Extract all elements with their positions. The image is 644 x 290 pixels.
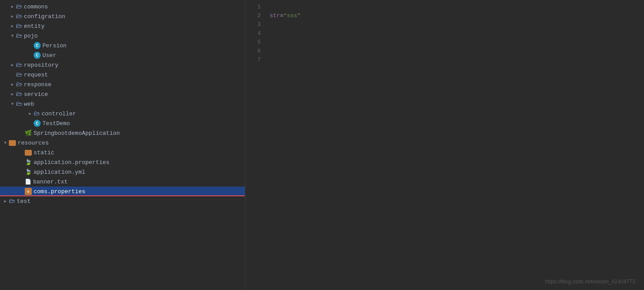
folder-icon-resources <box>9 140 16 146</box>
tree-item-response[interactable]: 🗁 response <box>0 80 245 89</box>
tree-item-app-yml[interactable]: 🍃 application.yml <box>0 167 245 177</box>
code-string-sss: "sss" <box>283 11 301 20</box>
folder-icon-request: 🗁 <box>16 71 22 78</box>
tree-item-springbootapp[interactable]: 🌿 SpringbootdemoApplication <box>0 128 245 138</box>
folder-icon-pojo: 🗁 <box>16 32 22 39</box>
label-springbootapp: SpringbootdemoApplication <box>34 130 120 137</box>
folder-icon-web: 🗁 <box>16 100 22 107</box>
code-line-2: str = "sss" <box>270 11 644 20</box>
arrow-service <box>9 91 16 98</box>
arrow-repository <box>9 61 16 69</box>
label-test: test <box>17 198 30 205</box>
arrow-resources <box>2 139 9 146</box>
label-service: service <box>24 91 48 98</box>
arrow-response <box>9 81 16 88</box>
txt-icon-banner: 📄 <box>25 179 31 185</box>
label-repository: repository <box>24 62 58 69</box>
label-controller: controller <box>42 111 76 117</box>
code-line-4 <box>270 29 644 38</box>
tree-item-controller[interactable]: 🗁 controller <box>0 109 245 118</box>
code-var-str: str <box>270 11 280 20</box>
folder-icon-configration: 🗁 <box>16 13 22 20</box>
folder-icon-repository: 🗁 <box>16 61 22 69</box>
code-op: = <box>280 11 283 20</box>
folder-icon-static <box>25 150 32 156</box>
code-line-5 <box>270 38 644 47</box>
label-app-yml: application.yml <box>34 169 85 176</box>
label-coms-properties: coms.properties <box>34 188 85 195</box>
code-line-3 <box>270 20 644 29</box>
label-persion: Persion <box>42 42 67 49</box>
tree-item-pojo[interactable]: 🗁 pojo <box>0 31 245 41</box>
label-banner: banner.txt <box>33 179 68 185</box>
class-icon-testdemo: C <box>34 120 41 127</box>
tree-item-persion[interactable]: C Persion <box>0 41 245 50</box>
line-num-5: 5 <box>245 38 261 47</box>
arrow-test <box>2 198 9 205</box>
arrow-configration <box>9 13 16 20</box>
code-editor: 1 2 3 4 5 6 7 str = "sss" https://blog.c <box>245 0 644 290</box>
label-commons: commons <box>24 4 48 10</box>
code-line-6 <box>270 47 644 56</box>
file-tree[interactable]: 🗁 commons 🗁 configration 🗁 entity 🗁 pojo… <box>0 0 245 290</box>
tree-item-request[interactable]: 🗁 request <box>0 70 245 80</box>
folder-icon-commons: 🗁 <box>16 3 22 10</box>
folder-icon-entity: 🗁 <box>16 23 22 30</box>
line-num-1: 1 <box>245 3 261 11</box>
line-num-3: 3 <box>245 20 261 29</box>
tree-item-configration[interactable]: 🗁 configration <box>0 11 245 21</box>
tree-item-service[interactable]: 🗁 service <box>0 89 245 99</box>
tree-item-test[interactable]: 🗁 test <box>0 196 245 206</box>
tree-item-testdemo[interactable]: C TestDemo <box>0 118 245 128</box>
folder-icon-service: 🗁 <box>16 91 22 98</box>
tree-item-entity[interactable]: 🗁 entity <box>0 21 245 31</box>
tree-item-commons[interactable]: 🗁 commons <box>0 2 245 11</box>
line-num-7: 7 <box>245 56 261 65</box>
label-user: User <box>42 52 56 59</box>
folder-icon-controller: 🗁 <box>34 110 40 117</box>
label-response: response <box>24 81 51 88</box>
line-num-4: 4 <box>245 29 261 38</box>
tree-item-app-properties[interactable]: 🍃 application.properties <box>0 157 245 167</box>
code-area[interactable]: str = "sss" <box>265 2 644 290</box>
arrow-entity <box>9 23 16 30</box>
spring-icon-app-properties: 🍃 <box>25 159 32 166</box>
tree-item-coms-properties[interactable]: ⚙ coms.properties <box>0 187 245 196</box>
folder-icon-response: 🗁 <box>16 81 22 88</box>
line-numbers: 1 2 3 4 5 6 7 <box>245 2 265 290</box>
arrow-commons <box>9 3 16 10</box>
tree-item-static[interactable]: static <box>0 148 245 157</box>
code-line-1 <box>270 3 644 11</box>
coms-icon: ⚙ <box>25 188 32 195</box>
label-entity: entity <box>24 23 45 30</box>
line-num-6: 6 <box>245 47 261 56</box>
watermark: https://blog.csdn.net/weixin_41404773 <box>545 279 635 285</box>
line-num-2: 2 <box>245 11 261 20</box>
arrow-pojo <box>9 32 16 39</box>
arrow-controller <box>27 110 34 117</box>
class-icon-user: C <box>34 52 41 59</box>
label-testdemo: TestDemo <box>42 120 70 127</box>
code-line-7 <box>270 56 644 65</box>
tree-item-web[interactable]: 🗁 web <box>0 99 245 109</box>
spring-icon-app: 🌿 <box>25 130 32 137</box>
label-configration: configration <box>24 13 65 20</box>
label-pojo: pojo <box>24 33 38 39</box>
label-web: web <box>24 101 34 107</box>
tree-item-banner[interactable]: 📄 banner.txt <box>0 177 245 187</box>
folder-icon-test: 🗁 <box>9 198 15 205</box>
label-static: static <box>34 149 54 156</box>
tree-item-repository[interactable]: 🗁 repository <box>0 60 245 70</box>
editor-content: 1 2 3 4 5 6 7 str = "sss" <box>245 0 644 290</box>
spring-icon-app-yml: 🍃 <box>25 168 32 176</box>
arrow-web <box>9 100 16 107</box>
tree-item-user[interactable]: C User <box>0 50 245 60</box>
tree-item-resources[interactable]: resources <box>0 138 245 148</box>
class-icon-persion: C <box>34 42 41 49</box>
label-resources: resources <box>18 140 49 146</box>
label-request: request <box>24 72 48 78</box>
label-app-properties: application.properties <box>34 159 110 166</box>
